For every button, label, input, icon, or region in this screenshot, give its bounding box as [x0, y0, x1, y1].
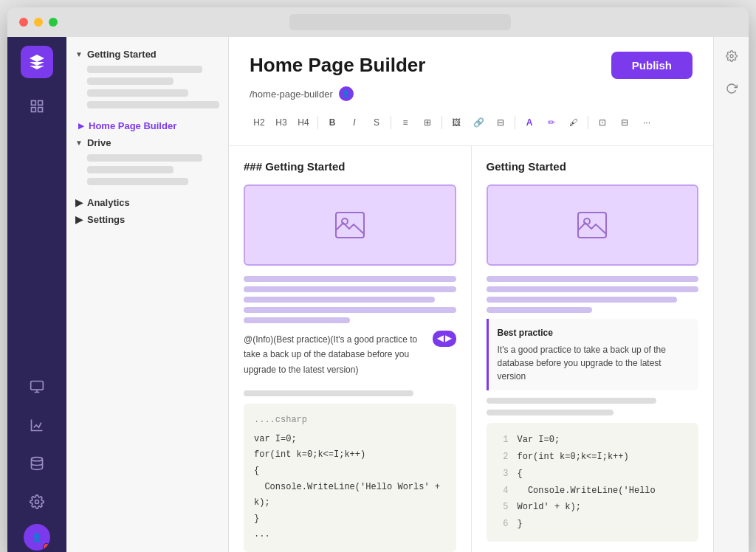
code-row-5: 5 World' + k); — [487, 499, 699, 516]
maximize-dot[interactable] — [49, 18, 58, 27]
chart-icon[interactable] — [21, 409, 53, 441]
toolbar-divider — [317, 116, 318, 129]
database-icon[interactable] — [21, 447, 53, 480]
toolbar-h2[interactable]: H2 — [250, 113, 269, 132]
code-line-4: Console.WriteLine('Hello Worls' + k); — [254, 480, 446, 511]
nav-item-line[interactable] — [87, 178, 188, 185]
toolbar-block[interactable]: ⊟ — [615, 113, 634, 132]
toggle-button[interactable]: ◀ ▶ — [433, 331, 456, 347]
address-bar[interactable] — [289, 14, 511, 30]
annotation-text: @(Info)(Best practice)(It's a good pract… — [244, 332, 427, 377]
text-line — [487, 286, 699, 292]
nav-item-home-page-builder-label: Home Page Builder — [89, 120, 176, 131]
toolbar-divider — [588, 116, 588, 129]
app-logo[interactable] — [21, 46, 53, 78]
editor-left-pane[interactable]: ### Getting Started — [229, 146, 472, 552]
author-avatar: 👤 — [339, 86, 354, 101]
svg-point-5 — [32, 458, 43, 461]
toolbar-bold[interactable]: B — [323, 113, 342, 132]
toolbar-italic[interactable]: I — [345, 113, 364, 132]
nav-item-line[interactable] — [87, 77, 173, 85]
code-line-1: var I=0; — [254, 432, 446, 448]
svg-point-6 — [35, 500, 39, 504]
text-line — [244, 297, 435, 303]
svg-rect-0 — [32, 101, 36, 106]
notification-badge — [43, 543, 50, 551]
refresh-icon[interactable] — [721, 78, 742, 99]
code-content: Var I=0; — [518, 432, 560, 449]
nav-section-drive-label: Drive — [87, 137, 111, 148]
toolbar-code[interactable]: ⊟ — [491, 113, 510, 132]
toolbar-h4[interactable]: H4 — [294, 113, 313, 132]
editor-url-row: /home-page-builder 👤 — [250, 86, 693, 101]
line-number: 3 — [494, 466, 509, 483]
minimize-dot[interactable] — [34, 18, 43, 27]
app-window: 👤 ▼ Getting Started ▶ Home Page Builder — [7, 7, 749, 552]
text-line — [244, 276, 456, 282]
code-content: for(int k=0;k<=I;k++) — [518, 449, 629, 466]
annotation-content: @(Info)(Best practice)(It's a good pract… — [244, 334, 417, 375]
user-avatar[interactable]: 👤 — [24, 524, 50, 551]
library-icon[interactable] — [21, 90, 53, 123]
page-url: /home-page-builder — [250, 89, 333, 100]
nav-section-getting-started: ▼ Getting Started — [75, 49, 219, 108]
code-row-1: 1 Var I=0; — [487, 432, 699, 449]
nav-item-line[interactable] — [87, 89, 188, 97]
page-title: Home Page Builder — [250, 54, 425, 77]
nav-item-line[interactable] — [87, 66, 202, 73]
toolbar-link[interactable]: 🔗 — [469, 113, 488, 132]
nav-section-drive-header[interactable]: ▼ Drive — [75, 137, 219, 148]
toolbar-strikethrough[interactable]: S — [367, 113, 386, 132]
line-number: 6 — [494, 516, 509, 533]
toolbar-list[interactable]: ≡ — [396, 113, 415, 132]
icon-sidebar: 👤 — [7, 37, 66, 552]
text-line — [487, 307, 593, 313]
toolbar-pen2[interactable]: 🖋 — [564, 113, 583, 132]
callout-title: Best practice — [498, 326, 690, 340]
toolbar-pen[interactable]: ✏ — [542, 113, 561, 132]
text-line — [487, 297, 678, 303]
settings-gear-icon[interactable] — [21, 486, 53, 518]
nav-item-line[interactable] — [87, 101, 219, 108]
svg-point-11 — [730, 55, 733, 58]
toolbar-image[interactable]: 🖼 — [447, 113, 466, 132]
main-editor: Home Page Builder Publish /home-page-bui… — [229, 37, 713, 552]
toolbar-ordered-list[interactable]: ⊞ — [418, 113, 437, 132]
right-text-lines — [487, 276, 699, 313]
nav-item-line[interactable] — [87, 154, 202, 162]
nav-item-analytics[interactable]: ▶ Analytics — [75, 197, 219, 208]
publish-button[interactable]: Publish — [611, 52, 693, 79]
monitor-icon[interactable] — [21, 370, 53, 403]
chevron-down-icon: ▼ — [75, 139, 83, 147]
code-line-5: } — [254, 511, 446, 528]
code-row-6: 6 } — [487, 516, 699, 533]
code-content: Console.WriteLine('Hello — [518, 483, 656, 500]
chevron-right-icon: ▶ — [75, 197, 83, 208]
text-line — [487, 276, 699, 282]
left-text-lines — [244, 276, 456, 323]
nav-item-line[interactable] — [87, 166, 173, 173]
line-number: 5 — [494, 499, 509, 516]
toolbar-h3[interactable]: H3 — [272, 113, 291, 132]
settings-icon[interactable] — [721, 46, 742, 66]
callout-body: It's a good practice to take a back up o… — [498, 343, 690, 383]
toolbar-table[interactable]: ⊡ — [593, 113, 612, 132]
nav-section-drive: ▼ Drive — [75, 137, 219, 185]
nav-item-settings[interactable]: ▶ Settings — [75, 214, 219, 225]
right-code-block: 1 Var I=0; 2 for(int k=0;k<=I;k++) 3 { — [487, 423, 699, 542]
toolbar-color-a[interactable]: A — [520, 113, 539, 132]
text-line — [244, 307, 456, 313]
nav-item-home-page-builder[interactable]: ▶ Home Page Builder — [78, 120, 219, 131]
code-content: } — [518, 516, 523, 533]
code-lang-label: ....csharp — [254, 413, 446, 429]
toolbar-more[interactable]: ··· — [637, 113, 656, 132]
editor-header: Home Page Builder Publish /home-page-bui… — [229, 37, 713, 146]
code-row-2: 2 for(int k=0;k<=I;k++) — [487, 449, 699, 466]
editor-title-row: Home Page Builder Publish — [250, 52, 693, 79]
close-dot[interactable] — [19, 18, 28, 27]
line-number: 2 — [494, 449, 509, 466]
nav-section-getting-started-header[interactable]: ▼ Getting Started — [75, 49, 219, 60]
svg-rect-3 — [38, 108, 43, 112]
code-content: { — [518, 466, 523, 483]
chevron-right-icon: ▶ — [78, 122, 84, 130]
